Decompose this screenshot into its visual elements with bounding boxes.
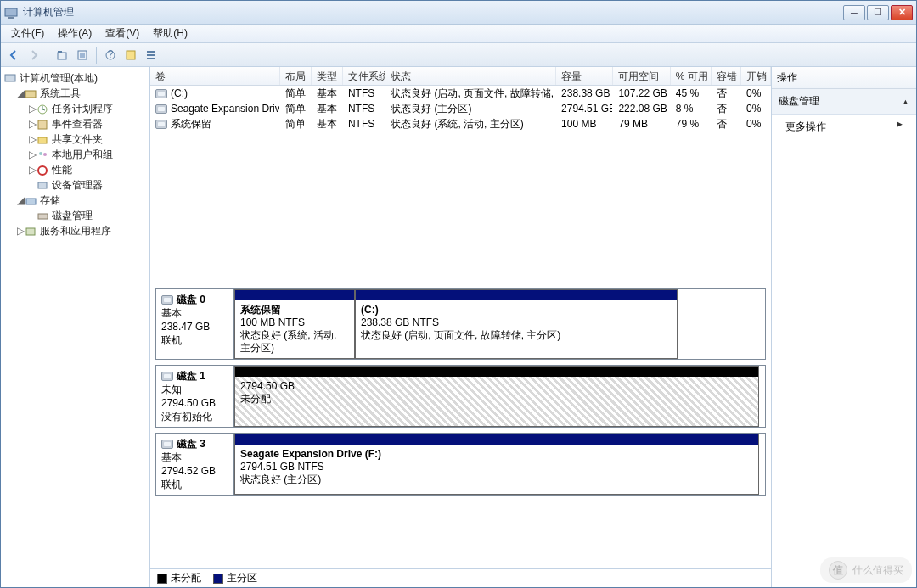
partition[interactable]: Seagate Expansion Drive (F:)2794.51 GB N… [234,434,759,495]
menu-help[interactable]: 帮助(H) [146,25,194,42]
partition-text: (C:)238.38 GB NTFS状态良好 (启动, 页面文件, 故障转储, … [356,300,677,358]
disk-map-panel[interactable]: 磁盘 0基本238.47 GB联机系统保留100 MB NTFS状态良好 (系统… [150,283,771,568]
disk-info: 磁盘 3基本2794.52 GB联机 [156,434,234,495]
legend-unallocated: 未分配 [157,571,201,585]
window-title: 计算机管理 [23,5,841,20]
list-button[interactable] [142,46,160,64]
tree-performance[interactable]: ▷性能 [28,162,148,177]
partitions: Seagate Expansion Drive (F:)2794.51 GB N… [234,434,765,495]
tree-storage[interactable]: ◢存储 磁盘管理 [16,193,148,223]
svg-rect-18 [26,199,36,204]
disk-icon [161,440,173,449]
menu-file[interactable]: 文件(F) [4,25,51,42]
svg-rect-17 [38,182,47,188]
disk-row[interactable]: 磁盘 3基本2794.52 GB联机Seagate Expansion Driv… [155,433,766,496]
volume-list: 卷 布局 类型 文件系统 状态 容量 可用空间 % 可用 容错 开销 (C:)简… [150,67,771,283]
partitions: 系统保留100 MB NTFS状态良好 (系统, 活动, 主分区)(C:)238… [234,289,765,359]
disk-info: 磁盘 1未知2794.50 GB没有初始化 [156,366,234,427]
maximize-button[interactable]: ☐ [867,5,889,20]
svg-point-16 [38,166,47,175]
partition-bar [235,290,354,300]
close-button[interactable]: ✕ [891,5,913,20]
actions-more[interactable]: 更多操作▶ [772,115,916,139]
partition-text: 系统保留100 MB NTFS状态良好 (系统, 活动, 主分区) [235,300,354,358]
tree-services[interactable]: ▷服务和应用程序 [16,223,148,238]
svg-rect-0 [5,8,17,16]
col-fault[interactable]: 容错 [712,67,741,85]
volume-row[interactable]: Seagate Expansion Drive (F:)简单基本NTFS状态良好… [150,101,771,116]
svg-rect-13 [38,137,47,143]
partition[interactable]: 系统保留100 MB NTFS状态良好 (系统, 活动, 主分区) [234,289,355,359]
collapse-icon: ▲ [902,98,909,106]
disk-row[interactable]: 磁盘 0基本238.47 GB联机系统保留100 MB NTFS状态良好 (系统… [155,288,766,360]
volume-body[interactable]: (C:)简单基本NTFS状态良好 (启动, 页面文件, 故障转储, 主分区)23… [150,86,771,283]
svg-rect-10 [25,91,36,98]
volume-row[interactable]: 系统保留简单基本NTFS状态良好 (系统, 活动, 主分区)100 MB79 M… [150,116,771,132]
partition-text: Seagate Expansion Drive (F:)2794.51 GB N… [235,445,758,494]
menu-action[interactable]: 操作(A) [51,25,98,42]
tree-event-viewer[interactable]: ▷事件查看器 [28,116,148,132]
drive-icon [155,120,167,129]
disk-info: 磁盘 0基本238.47 GB联机 [156,289,234,359]
minimize-button[interactable]: ─ [843,5,865,20]
actions-section[interactable]: 磁盘管理▲ [772,89,916,115]
disk-row[interactable]: 磁盘 1未知2794.50 GB没有初始化2794.50 GB未分配 [155,365,766,428]
col-free[interactable]: 可用空间 [613,67,670,85]
partitions: 2794.50 GB未分配 [234,366,765,427]
col-status[interactable]: 状态 [385,67,556,85]
col-overhead[interactable]: 开销 [741,67,771,85]
volume-row[interactable]: (C:)简单基本NTFS状态良好 (启动, 页面文件, 故障转储, 主分区)23… [150,86,771,101]
actions-pane: 操作 磁盘管理▲ 更多操作▶ [772,67,916,587]
partition-bar [235,434,758,445]
main-content: 卷 布局 类型 文件系统 状态 容量 可用空间 % 可用 容错 开销 (C:)简… [150,67,772,587]
tree-task-scheduler[interactable]: ▷任务计划程序 [28,101,148,116]
client-area: 计算机管理(本地) ◢系统工具 ▷任务计划程序 ▷事件查看器 ▷共享文件夹 ▷本… [1,67,916,587]
col-pct[interactable]: % 可用 [671,67,712,85]
tree-shared-folders[interactable]: ▷共享文件夹 [28,132,148,147]
drive-icon [155,104,167,114]
actions-header: 操作 [772,67,916,89]
col-capacity[interactable]: 容量 [556,67,613,85]
col-type[interactable]: 类型 [312,67,343,85]
svg-rect-19 [38,214,48,219]
help-button[interactable]: ? [101,46,120,64]
props-button[interactable] [121,46,140,64]
partition[interactable]: (C:)238.38 GB NTFS状态良好 (启动, 页面文件, 故障转储, … [355,289,678,359]
toolbar-sep2 [96,47,97,64]
col-layout[interactable]: 布局 [280,67,312,85]
svg-rect-20 [26,228,35,235]
partition-bar [235,367,758,377]
tree-local-users[interactable]: ▷本地用户和组 [28,147,148,162]
up-button[interactable] [53,46,71,64]
watermark-text: 什么值得买 [852,563,903,578]
legend: 未分配 主分区 [150,568,771,587]
svg-rect-3 [58,51,62,53]
forward-button[interactable] [25,46,43,64]
svg-rect-9 [5,75,15,81]
disk-icon [161,295,173,305]
app-icon [4,6,18,20]
disk-icon [161,372,173,381]
nav-tree[interactable]: 计算机管理(本地) ◢系统工具 ▷任务计划程序 ▷事件查看器 ▷共享文件夹 ▷本… [1,67,150,587]
drive-icon [155,89,167,98]
col-volume[interactable]: 卷 [150,67,280,85]
partition-bar [356,290,677,300]
svg-text:?: ? [108,49,114,60]
chevron-right-icon: ▶ [897,120,903,128]
tree-device-manager[interactable]: 设备管理器 [28,177,148,193]
tree-root[interactable]: 计算机管理(本地) ◢系统工具 ▷任务计划程序 ▷事件查看器 ▷共享文件夹 ▷本… [4,70,148,238]
tree-system-tools[interactable]: ◢系统工具 ▷任务计划程序 ▷事件查看器 ▷共享文件夹 ▷本地用户和组 ▷性能 … [16,86,148,193]
back-button[interactable] [4,46,23,64]
svg-rect-2 [58,53,66,59]
menu-view[interactable]: 查看(V) [98,25,146,42]
svg-point-15 [43,153,47,156]
refresh-button[interactable] [73,46,92,64]
partition[interactable]: 2794.50 GB未分配 [234,366,759,427]
toolbar-sep [48,47,48,64]
tree-disk-management[interactable]: 磁盘管理 [28,208,148,223]
legend-primary: 主分区 [213,571,257,585]
col-fs[interactable]: 文件系统 [343,67,385,85]
title-bar[interactable]: 计算机管理 ─ ☐ ✕ [1,1,916,25]
partition-text: 2794.50 GB未分配 [235,377,758,426]
app-window: 计算机管理 ─ ☐ ✕ 文件(F) 操作(A) 查看(V) 帮助(H) ? 计算… [0,0,917,588]
